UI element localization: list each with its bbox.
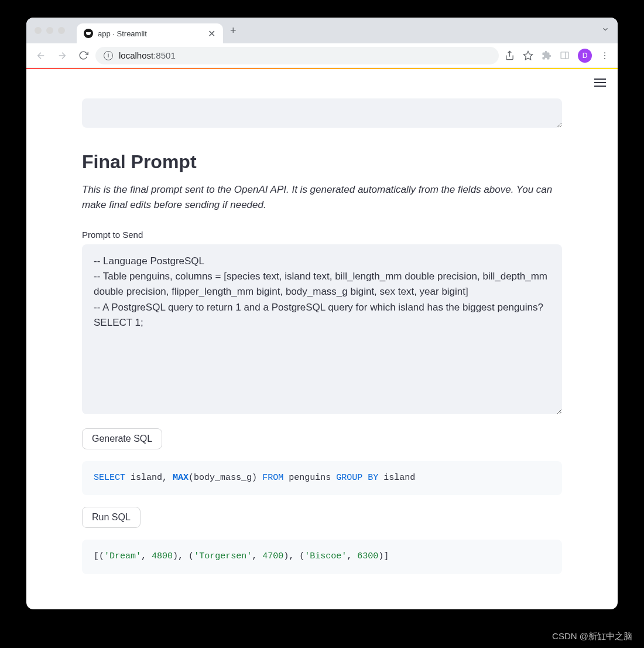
side-panel-icon[interactable] <box>560 50 570 60</box>
tab-bar: app · Streamlit ✕ + <box>26 18 618 43</box>
menu-dots-icon[interactable] <box>600 51 609 60</box>
streamlit-favicon-icon <box>84 29 93 38</box>
hamburger-menu-icon[interactable] <box>594 79 606 87</box>
share-icon[interactable] <box>505 50 515 60</box>
toolbar-icons: D <box>502 49 612 63</box>
svg-point-7 <box>604 55 605 56</box>
url-text: localhost:8501 <box>119 50 176 60</box>
minimize-window-icon[interactable] <box>46 27 53 34</box>
result-output-block: [('Dream', 4800), ('Torgersen', 4700), (… <box>82 540 562 574</box>
window-controls <box>35 27 65 34</box>
reload-button[interactable] <box>74 47 92 64</box>
profile-avatar[interactable]: D <box>578 49 592 63</box>
close-window-icon[interactable] <box>35 27 42 34</box>
main-content: Final Prompt This is the final prompt se… <box>82 69 562 586</box>
close-tab-icon[interactable]: ✕ <box>207 28 216 39</box>
new-tab-button[interactable]: + <box>230 25 237 37</box>
svg-point-8 <box>604 57 605 59</box>
description-text: This is the final prompt sent to the Ope… <box>82 182 562 213</box>
address-bar: i localhost:8501 D <box>26 43 618 68</box>
bookmark-star-icon[interactable] <box>523 50 533 61</box>
url-bar[interactable]: i localhost:8501 <box>95 47 499 64</box>
final-prompt-heading: Final Prompt <box>82 151 562 173</box>
tab-title: app · Streamlit <box>98 29 202 38</box>
svg-marker-3 <box>524 51 533 59</box>
browser-tab[interactable]: app · Streamlit ✕ <box>77 23 223 43</box>
extensions-icon[interactable] <box>542 50 551 60</box>
prompt-label: Prompt to Send <box>82 230 562 240</box>
watermark-text: CSDN @新缸中之脑 <box>552 631 632 642</box>
back-button[interactable] <box>32 47 50 64</box>
site-info-icon[interactable]: i <box>104 51 113 60</box>
app-area: Final Prompt This is the final prompt se… <box>26 69 618 609</box>
run-sql-button[interactable]: Run SQL <box>82 507 141 528</box>
prompt-textarea[interactable] <box>82 244 562 414</box>
upper-textarea[interactable] <box>82 98 562 128</box>
forward-button[interactable] <box>53 47 71 64</box>
browser-window: app · Streamlit ✕ + i localhost:8501 <box>26 18 618 609</box>
maximize-window-icon[interactable] <box>58 27 65 34</box>
svg-point-6 <box>604 52 605 53</box>
svg-rect-4 <box>561 52 568 59</box>
tab-list-dropdown-icon[interactable] <box>601 25 609 36</box>
generate-sql-button[interactable]: Generate SQL <box>82 428 162 449</box>
sql-output-block: SELECT island, MAX(body_mass_g) FROM pen… <box>82 461 562 496</box>
